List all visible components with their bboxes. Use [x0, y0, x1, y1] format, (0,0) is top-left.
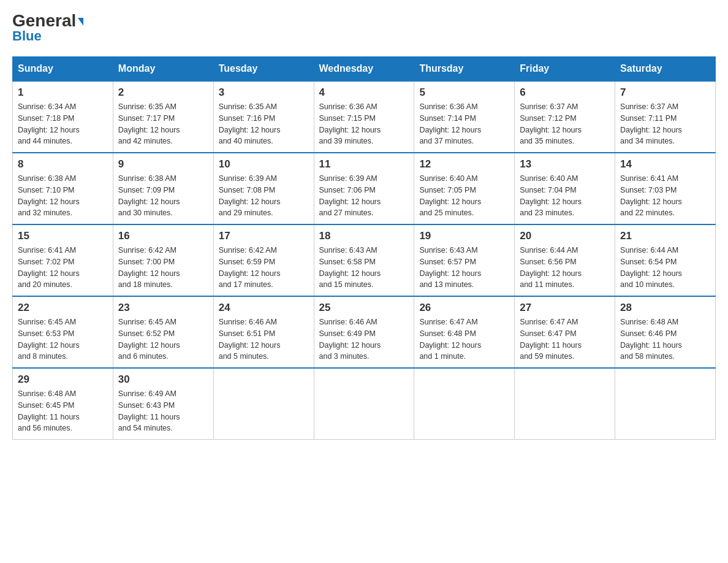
- day-number: 4: [319, 86, 409, 99]
- day-info: Sunrise: 6:40 AMSunset: 7:04 PMDaylight:…: [520, 173, 610, 219]
- calendar-cell: 22Sunrise: 6:45 AMSunset: 6:53 PMDayligh…: [13, 296, 113, 368]
- day-number: 20: [520, 230, 610, 242]
- day-number: 25: [319, 302, 409, 314]
- day-number: 26: [419, 302, 509, 314]
- day-number: 22: [18, 302, 108, 314]
- calendar-cell: 27Sunrise: 6:47 AMSunset: 6:47 PMDayligh…: [515, 296, 615, 368]
- day-info: Sunrise: 6:41 AMSunset: 7:02 PMDaylight:…: [18, 245, 108, 291]
- day-number: 10: [219, 158, 309, 170]
- day-number: 5: [419, 86, 509, 99]
- calendar-cell: [213, 368, 314, 440]
- day-info: Sunrise: 6:38 AMSunset: 7:10 PMDaylight:…: [18, 173, 108, 219]
- logo-blue-text: Blue: [12, 28, 42, 44]
- day-info: Sunrise: 6:44 AMSunset: 6:54 PMDaylight:…: [620, 245, 710, 291]
- calendar-cell: 7Sunrise: 6:37 AMSunset: 7:11 PMDaylight…: [615, 81, 716, 153]
- calendar-cell: [314, 368, 414, 440]
- calendar-cell: 4Sunrise: 6:36 AMSunset: 7:15 PMDaylight…: [314, 81, 414, 153]
- day-info: Sunrise: 6:42 AMSunset: 6:59 PMDaylight:…: [219, 245, 309, 291]
- day-info: Sunrise: 6:41 AMSunset: 7:03 PMDaylight:…: [620, 173, 710, 219]
- week-row-3: 15Sunrise: 6:41 AMSunset: 7:02 PMDayligh…: [13, 224, 716, 296]
- day-info: Sunrise: 6:47 AMSunset: 6:48 PMDaylight:…: [419, 316, 509, 362]
- week-row-4: 22Sunrise: 6:45 AMSunset: 6:53 PMDayligh…: [13, 296, 716, 368]
- week-row-5: 29Sunrise: 6:48 AMSunset: 6:45 PMDayligh…: [13, 368, 716, 440]
- day-number: 18: [319, 230, 409, 242]
- day-info: Sunrise: 6:46 AMSunset: 6:49 PMDaylight:…: [319, 316, 409, 362]
- day-number: 21: [620, 230, 710, 242]
- day-number: 17: [219, 230, 309, 242]
- calendar-cell: 20Sunrise: 6:44 AMSunset: 6:56 PMDayligh…: [515, 224, 615, 296]
- day-number: 3: [219, 86, 309, 99]
- day-info: Sunrise: 6:48 AMSunset: 6:46 PMDaylight:…: [620, 316, 710, 362]
- day-info: Sunrise: 6:34 AMSunset: 7:18 PMDaylight:…: [18, 101, 108, 147]
- day-number: 1: [18, 86, 108, 99]
- calendar-cell: 21Sunrise: 6:44 AMSunset: 6:54 PMDayligh…: [615, 224, 716, 296]
- calendar-cell: 14Sunrise: 6:41 AMSunset: 7:03 PMDayligh…: [615, 153, 716, 224]
- day-info: Sunrise: 6:42 AMSunset: 7:00 PMDaylight:…: [118, 245, 208, 291]
- day-info: Sunrise: 6:47 AMSunset: 6:47 PMDaylight:…: [520, 316, 610, 362]
- calendar-cell: 23Sunrise: 6:45 AMSunset: 6:52 PMDayligh…: [113, 296, 213, 368]
- day-info: Sunrise: 6:37 AMSunset: 7:11 PMDaylight:…: [620, 101, 710, 147]
- weekday-header-saturday: Saturday: [615, 57, 716, 82]
- day-number: 27: [520, 302, 610, 314]
- day-number: 30: [118, 373, 208, 386]
- day-info: Sunrise: 6:36 AMSunset: 7:14 PMDaylight:…: [419, 101, 509, 147]
- weekday-header-tuesday: Tuesday: [213, 57, 314, 82]
- calendar-cell: 2Sunrise: 6:35 AMSunset: 7:17 PMDaylight…: [113, 81, 213, 153]
- calendar-cell: 13Sunrise: 6:40 AMSunset: 7:04 PMDayligh…: [515, 153, 615, 224]
- day-info: Sunrise: 6:49 AMSunset: 6:43 PMDaylight:…: [118, 388, 208, 434]
- calendar-cell: 10Sunrise: 6:39 AMSunset: 7:08 PMDayligh…: [213, 153, 314, 224]
- weekday-header-row: SundayMondayTuesdayWednesdayThursdayFrid…: [13, 57, 716, 82]
- logo: General Blue: [12, 12, 83, 44]
- day-number: 29: [18, 373, 108, 386]
- day-number: 11: [319, 158, 409, 170]
- day-number: 15: [18, 230, 108, 242]
- weekday-header-sunday: Sunday: [13, 57, 113, 82]
- calendar-cell: 26Sunrise: 6:47 AMSunset: 6:48 PMDayligh…: [414, 296, 515, 368]
- day-info: Sunrise: 6:44 AMSunset: 6:56 PMDaylight:…: [520, 245, 610, 291]
- day-info: Sunrise: 6:36 AMSunset: 7:15 PMDaylight:…: [319, 101, 409, 147]
- day-number: 23: [118, 302, 208, 314]
- weekday-header-thursday: Thursday: [414, 57, 515, 82]
- day-number: 24: [219, 302, 309, 314]
- day-info: Sunrise: 6:43 AMSunset: 6:58 PMDaylight:…: [319, 245, 409, 291]
- day-info: Sunrise: 6:35 AMSunset: 7:16 PMDaylight:…: [219, 101, 309, 147]
- calendar-cell: 30Sunrise: 6:49 AMSunset: 6:43 PMDayligh…: [113, 368, 213, 440]
- day-number: 7: [620, 86, 710, 99]
- calendar-cell: 8Sunrise: 6:38 AMSunset: 7:10 PMDaylight…: [13, 153, 113, 224]
- weekday-header-monday: Monday: [113, 57, 213, 82]
- day-info: Sunrise: 6:48 AMSunset: 6:45 PMDaylight:…: [18, 388, 108, 434]
- calendar-cell: 29Sunrise: 6:48 AMSunset: 6:45 PMDayligh…: [13, 368, 113, 440]
- day-info: Sunrise: 6:45 AMSunset: 6:52 PMDaylight:…: [118, 316, 208, 362]
- calendar-cell: 28Sunrise: 6:48 AMSunset: 6:46 PMDayligh…: [615, 296, 716, 368]
- day-info: Sunrise: 6:40 AMSunset: 7:05 PMDaylight:…: [419, 173, 509, 219]
- calendar-cell: 6Sunrise: 6:37 AMSunset: 7:12 PMDaylight…: [515, 81, 615, 153]
- calendar-cell: 16Sunrise: 6:42 AMSunset: 7:00 PMDayligh…: [113, 224, 213, 296]
- calendar-cell: [515, 368, 615, 440]
- calendar-cell: 25Sunrise: 6:46 AMSunset: 6:49 PMDayligh…: [314, 296, 414, 368]
- day-number: 2: [118, 86, 208, 99]
- calendar-cell: 18Sunrise: 6:43 AMSunset: 6:58 PMDayligh…: [314, 224, 414, 296]
- calendar-cell: 12Sunrise: 6:40 AMSunset: 7:05 PMDayligh…: [414, 153, 515, 224]
- day-number: 19: [419, 230, 509, 242]
- calendar-cell: 1Sunrise: 6:34 AMSunset: 7:18 PMDaylight…: [13, 81, 113, 153]
- calendar-cell: 19Sunrise: 6:43 AMSunset: 6:57 PMDayligh…: [414, 224, 515, 296]
- day-number: 13: [520, 158, 610, 170]
- calendar-cell: 15Sunrise: 6:41 AMSunset: 7:02 PMDayligh…: [13, 224, 113, 296]
- weekday-header-wednesday: Wednesday: [314, 57, 414, 82]
- day-number: 16: [118, 230, 208, 242]
- page-header: General Blue: [12, 12, 716, 44]
- day-info: Sunrise: 6:43 AMSunset: 6:57 PMDaylight:…: [419, 245, 509, 291]
- calendar-cell: 9Sunrise: 6:38 AMSunset: 7:09 PMDaylight…: [113, 153, 213, 224]
- week-row-1: 1Sunrise: 6:34 AMSunset: 7:18 PMDaylight…: [13, 81, 716, 153]
- calendar-cell: [414, 368, 515, 440]
- calendar-cell: 17Sunrise: 6:42 AMSunset: 6:59 PMDayligh…: [213, 224, 314, 296]
- week-row-2: 8Sunrise: 6:38 AMSunset: 7:10 PMDaylight…: [13, 153, 716, 224]
- calendar-cell: 11Sunrise: 6:39 AMSunset: 7:06 PMDayligh…: [314, 153, 414, 224]
- day-number: 12: [419, 158, 509, 170]
- day-number: 8: [18, 158, 108, 170]
- calendar-cell: 24Sunrise: 6:46 AMSunset: 6:51 PMDayligh…: [213, 296, 314, 368]
- day-info: Sunrise: 6:37 AMSunset: 7:12 PMDaylight:…: [520, 101, 610, 147]
- calendar-cell: 5Sunrise: 6:36 AMSunset: 7:14 PMDaylight…: [414, 81, 515, 153]
- day-number: 9: [118, 158, 208, 170]
- logo-general-text: General: [12, 12, 83, 29]
